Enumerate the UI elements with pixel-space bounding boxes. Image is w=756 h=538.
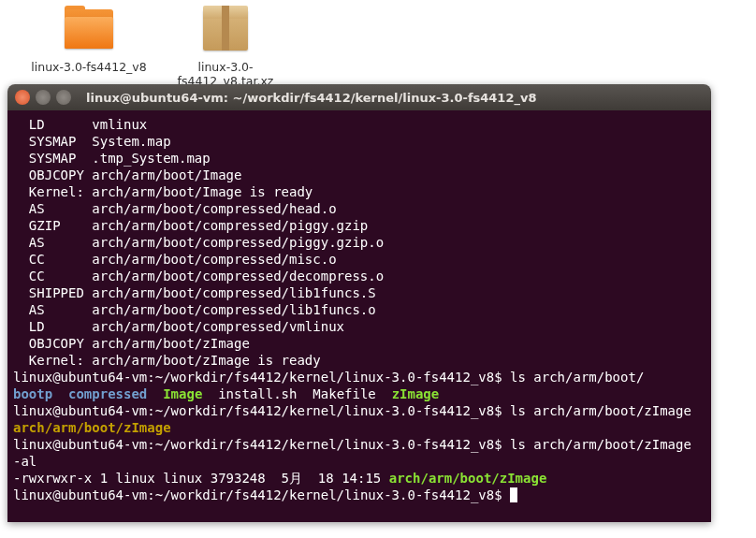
terminal-line: GZIP arch/arm/boot/compressed/piggy.gzip (13, 217, 705, 234)
terminal-line: SYSMAP .tmp_System.map (13, 150, 705, 167)
terminal-line: AS arch/arm/boot/compressed/head.o (13, 200, 705, 217)
desktop-icon-folder[interactable]: linux-3.0-fs4412_v8 (28, 6, 150, 74)
terminal-line: SHIPPED arch/arm/boot/compressed/lib1fun… (13, 284, 705, 301)
terminal-line: OBJCOPY arch/arm/boot/Image (13, 167, 705, 183)
terminal-line: linux@ubuntu64-vm:~/workdir/fs4412/kerne… (13, 402, 705, 419)
terminal-line: CC arch/arm/boot/compressed/misc.o (13, 251, 705, 268)
terminal-window: linux@ubuntu64-vm: ~/workdir/fs4412/kern… (7, 84, 711, 522)
terminal-line: AS arch/arm/boot/compressed/lib1funcs.o (13, 301, 705, 318)
close-icon[interactable] (15, 90, 30, 105)
terminal-line: bootp compressed Image install.sh Makefi… (13, 385, 705, 402)
folder-icon (59, 6, 119, 54)
terminal-line: linux@ubuntu64-vm:~/workdir/fs4412/kerne… (13, 369, 705, 385)
window-title: linux@ubuntu64-vm: ~/workdir/fs4412/kern… (86, 91, 536, 105)
terminal-line: -rwxrwxr-x 1 linux linux 3793248 5月 18 1… (13, 470, 705, 487)
terminal-line: LD vmlinux (13, 116, 705, 133)
terminal-line: linux@ubuntu64-vm:~/workdir/fs4412/kerne… (13, 487, 705, 503)
terminal-line: linux@ubuntu64-vm:~/workdir/fs4412/kerne… (13, 436, 705, 470)
terminal-line: Kernel: arch/arm/boot/Image is ready (13, 183, 705, 200)
desktop-icon-package[interactable]: linux-3.0-fs4412_v8.tar.xz (165, 6, 286, 88)
window-titlebar[interactable]: linux@ubuntu64-vm: ~/workdir/fs4412/kern… (7, 84, 711, 110)
maximize-icon[interactable] (56, 90, 71, 105)
terminal-line: Kernel: arch/arm/boot/zImage is ready (13, 352, 705, 369)
terminal-line: LD arch/arm/boot/compressed/vmlinux (13, 318, 705, 335)
terminal-line: AS arch/arm/boot/compressed/piggy.gzip.o (13, 234, 705, 251)
terminal-line: OBJCOPY arch/arm/boot/zImage (13, 335, 705, 352)
cursor (510, 487, 517, 502)
minimize-icon[interactable] (36, 90, 51, 105)
terminal-line: arch/arm/boot/zImage (13, 419, 705, 436)
terminal-line: CC arch/arm/boot/compressed/decompress.o (13, 268, 705, 284)
package-icon (196, 6, 255, 54)
terminal-body[interactable]: LD vmlinux SYSMAP System.map SYSMAP .tmp… (7, 110, 711, 522)
desktop-icon-label: linux-3.0-fs4412_v8 (28, 60, 150, 74)
terminal-line: SYSMAP System.map (13, 133, 705, 150)
